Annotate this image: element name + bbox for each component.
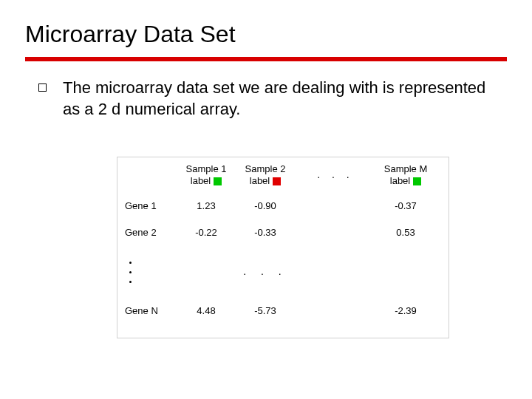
cell-r1-ellipsis — [295, 193, 376, 219]
col-header-label-text: label — [191, 176, 211, 186]
corner-cell — [117, 157, 177, 193]
data-grid: Sample 1 label Sample 2 label . . . Samp… — [117, 157, 449, 338]
cell-rn-ellipsis — [295, 298, 376, 324]
col-header-sample-m: Sample M label — [376, 157, 435, 193]
swatch-green-icon — [214, 177, 222, 185]
data-table-figure: Sample 1 label Sample 2 label . . . Samp… — [117, 157, 449, 338]
title-rule — [25, 57, 507, 61]
cell-vellipsis-c3 — [295, 246, 376, 298]
col-header-sample-2: Sample 2 label — [236, 157, 295, 193]
col-header-name: Sample M — [384, 164, 428, 174]
cell-center-ellipsis: . . . — [236, 246, 295, 298]
row-label-gene-1: Gene 1 — [117, 193, 177, 219]
cell-r1c2: -0.90 — [236, 193, 295, 219]
cell-rncm: -2.39 — [376, 298, 435, 324]
cell-vellipsis-cm — [376, 246, 435, 298]
cell-vellipsis-c1 — [177, 246, 236, 298]
col-header-ellipsis: . . . — [295, 157, 376, 193]
cell-r2cm: 0.53 — [376, 219, 435, 246]
body-row: The microarray data set we are dealing w… — [25, 78, 507, 120]
cell-r1cm: -0.37 — [376, 193, 435, 219]
col-header-name: Sample 2 — [245, 164, 286, 174]
col-header-name: Sample 1 — [186, 164, 227, 174]
swatch-red-icon — [273, 177, 281, 185]
row-label-gene-2: Gene 2 — [117, 219, 177, 246]
col-header-label-text: label — [250, 176, 270, 186]
swatch-green-icon — [413, 177, 421, 185]
cell-r2-ellipsis — [295, 219, 376, 246]
slide: Microarray Data Set The microarray data … — [0, 0, 532, 399]
body-text: The microarray data set we are dealing w… — [63, 78, 507, 120]
col-header-sample-1: Sample 1 label — [177, 157, 236, 193]
cell-r2c1: -0.22 — [177, 219, 236, 246]
row-label-gene-n: Gene N — [117, 298, 177, 324]
col-header-label-text: label — [390, 176, 410, 186]
square-bullet-icon — [38, 83, 47, 92]
cell-r2c2: -0.33 — [236, 219, 295, 246]
row-label-vellipsis — [117, 246, 177, 298]
cell-r1c1: 1.23 — [177, 193, 236, 219]
cell-rnc2: -5.73 — [236, 298, 295, 324]
cell-rnc1: 4.48 — [177, 298, 236, 324]
page-title: Microarray Data Set — [25, 21, 507, 48]
